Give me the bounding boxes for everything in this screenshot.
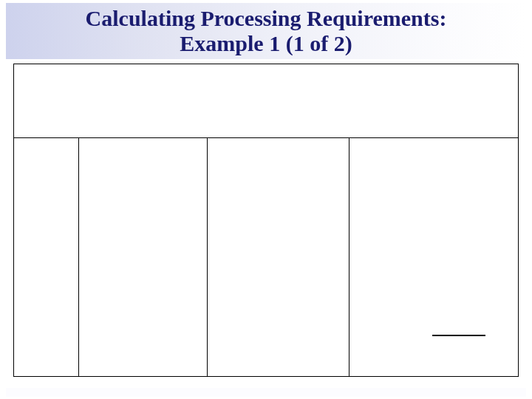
content-table xyxy=(13,64,519,377)
title-line-2: Example 1 (1 of 2) xyxy=(180,31,352,57)
slide: Calculating Processing Requirements: Exa… xyxy=(0,0,532,399)
title-band: Calculating Processing Requirements: Exa… xyxy=(6,3,526,59)
table-column-2 xyxy=(79,138,208,376)
table-header-row xyxy=(14,64,518,138)
table-column-4 xyxy=(349,138,518,376)
table-body xyxy=(14,138,518,376)
underline-mark xyxy=(432,335,485,336)
table-column-3 xyxy=(208,138,349,376)
bottom-strip xyxy=(6,388,526,397)
title-line-1: Calculating Processing Requirements: xyxy=(86,6,447,32)
table-column-1 xyxy=(14,138,79,376)
